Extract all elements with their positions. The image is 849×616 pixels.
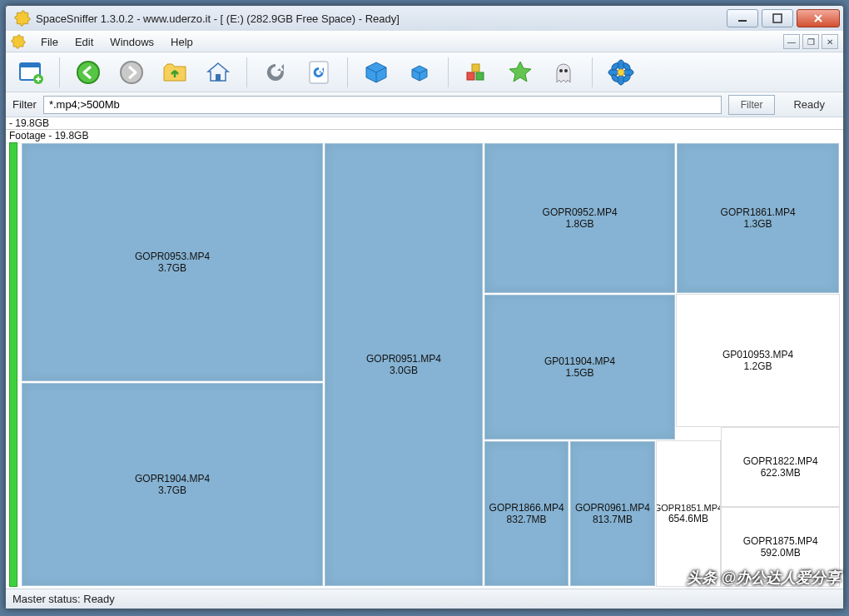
filter-input[interactable] [43,96,722,114]
svg-rect-0 [738,20,747,22]
menu-help[interactable]: Help [162,34,201,50]
file-size: 1.2GB [744,360,772,372]
main-window: SpaceSniffer 1.3.0.2 - www.uderzo.it - [… [5,5,844,609]
file-name: GOPR1866.MP4 [489,502,564,514]
file-cell[interactable]: GOPR1851.MP4 654.6MB [656,440,722,587]
svg-point-22 [618,69,624,76]
toolbar-separator [347,57,348,87]
file-name: GOPR1861.MP4 [721,206,796,218]
filterbar: Filter Filter Ready [6,92,843,117]
toolbar-separator [448,57,449,87]
breadcrumb[interactable]: - 19.8GB [6,117,843,130]
file-size: 3.7GB [158,262,186,274]
menubar: File Edit Windows Help — ❐ ✕ [6,31,843,52]
file-cell[interactable]: GOPR0951.MP4 3.0GB [324,142,484,587]
svg-point-5 [77,62,99,83]
file-size: 3.0GB [390,365,418,376]
file-size: 1.8GB [566,218,594,230]
file-name: GOPR1904.MP4 [135,473,210,484]
refresh-page-icon [305,59,332,86]
titlebar[interactable]: SpaceSniffer 1.3.0.2 - www.uderzo.it - [… [6,6,843,31]
file-size: 813.7MB [593,514,633,525]
toolbar-separator [59,57,60,87]
app-icon [14,10,31,27]
home-button[interactable] [200,56,236,89]
new-window-icon [17,59,44,86]
arrow-right-icon [118,59,145,86]
flower-icon [608,59,634,86]
svg-rect-11 [472,64,479,72]
file-cell[interactable]: GP011904.MP4 1.5GB [484,294,676,440]
more-detail-button[interactable] [401,56,438,89]
filter-button[interactable]: Filter [728,95,776,115]
svg-rect-1 [773,14,782,22]
filter-unknown-button[interactable] [545,56,582,89]
ghost-icon [550,59,577,86]
file-name: GP011904.MP4 [544,355,615,367]
file-name: GOPR1822.MP4 [743,455,818,467]
file-size: 622.3MB [761,467,801,479]
file-cell[interactable]: GP010953.MP4 1.2GB [676,294,840,427]
styles-button[interactable] [603,56,639,89]
less-detail-button[interactable] [358,56,395,89]
file-cell[interactable]: GOPR1904.MP4 3.7GB [21,382,324,587]
folder-header[interactable]: Footage - 19.8GB [6,130,843,142]
file-cell[interactable]: GOPR0953.MP4 3.7GB [21,142,324,382]
file-size: 3.7GB [158,484,186,496]
cube-small-icon [406,59,433,86]
status-text: Master status: Ready [12,593,115,605]
file-name: GOPR1875.MP4 [743,535,818,547]
mdi-close-button[interactable]: ✕ [822,34,838,49]
forward-button[interactable] [113,56,150,89]
file-name: GOPR0961.MP4 [575,502,650,514]
treemap: GOPR0953.MP4 3.7GB GOPR1904.MP4 3.7GB GO… [21,142,840,587]
new-scan-button[interactable] [12,56,49,89]
folder-up-button[interactable] [156,56,193,89]
file-cell[interactable]: GOPR1875.MP4 592.0MB [721,507,840,587]
file-name: GOPR1851.MP4 [656,503,722,513]
window-title: SpaceSniffer 1.3.0.2 - www.uderzo.it - [… [36,12,400,25]
cube-large-icon [363,59,390,86]
back-button[interactable] [70,56,107,89]
home-icon [205,59,231,86]
scan-progress-bar [9,142,17,587]
close-button[interactable] [797,9,840,27]
mdi-restore-button[interactable]: ❐ [802,34,819,49]
folder-title: Footage - 19.8GB [9,130,88,142]
filter-known-button[interactable] [502,56,539,89]
menu-edit[interactable]: Edit [67,34,102,50]
file-size: 1.3GB [744,218,772,230]
client-area: - 19.8GB Footage - 19.8GB GOPR0953.MP4 3… [6,117,843,589]
svg-rect-9 [467,72,474,80]
filter-label: Filter [12,98,37,111]
file-size: 654.6MB [668,513,708,524]
file-size: 832.7MB [507,514,547,525]
file-cell[interactable]: GOPR0961.MP4 813.7MB [569,440,655,587]
file-name: GOPR0953.MP4 [135,251,210,262]
file-cell[interactable]: GOPR1861.MP4 1.3GB [676,142,840,294]
file-cell[interactable]: GOPR1822.MP4 622.3MB [721,427,840,507]
tag-button[interactable] [459,56,495,89]
menu-windows[interactable]: Windows [102,34,162,50]
svg-point-13 [564,69,568,72]
file-size: 1.5GB [566,367,594,379]
file-name: GOPR0952.MP4 [543,206,618,218]
minimize-button[interactable] [727,9,758,27]
toolbar-separator [246,57,247,87]
file-name: GP010953.MP4 [722,349,793,360]
rescan-button[interactable] [257,56,294,89]
toolbar-separator [592,57,593,87]
menu-file[interactable]: File [32,34,67,50]
svg-rect-3 [20,63,40,67]
menu-app-icon [11,34,26,49]
cubes-icon [464,59,490,86]
mdi-minimize-button[interactable]: — [783,34,800,49]
statusbar: Master status: Ready [6,589,843,609]
file-cell[interactable]: GOPR1866.MP4 832.7MB [484,440,569,587]
rescan-icon [262,59,289,86]
file-cell[interactable]: GOPR0952.MP4 1.8GB [484,142,676,294]
refresh-button[interactable] [300,56,337,89]
svg-point-12 [559,69,563,72]
maximize-button[interactable] [762,9,793,27]
svg-rect-7 [216,74,221,81]
